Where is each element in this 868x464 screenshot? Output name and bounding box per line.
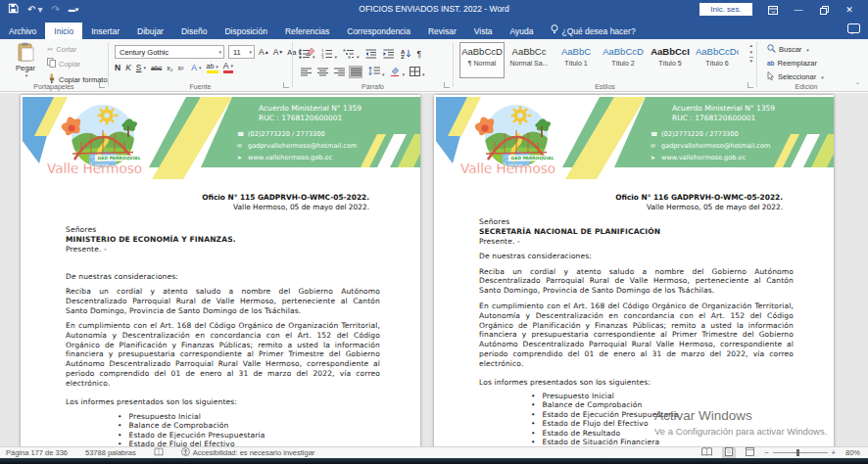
style-t-tulo-1[interactable]: AaBbCTítulo 1 <box>554 42 599 78</box>
salutation: De nuestras consideraciones: <box>66 272 380 282</box>
document-page-1[interactable]: GAD PARROQUIAL Valle Hermoso Acuerdo Min… <box>21 95 420 446</box>
align-left-icon[interactable] <box>299 66 313 78</box>
decrease-indent-icon[interactable] <box>365 45 377 63</box>
brand-text: Valle Hermoso <box>460 161 555 176</box>
tab-referencias[interactable]: Referencias <box>276 23 338 39</box>
svg-text:(02)2773220 / 2773300: (02)2773220 / 2773300 <box>248 130 325 138</box>
font-name-combo[interactable]: Century Gothic▾ <box>115 45 224 59</box>
styles-more-icon[interactable]: ▼ <box>749 57 753 64</box>
tab-dibujar[interactable]: Dibujar <box>128 23 172 39</box>
font-group: Century Gothic▾ 11▾ A▲ A▼ Aa▾ N K S▾ abc… <box>109 39 292 91</box>
svg-text:RUC : 1768120600001: RUC : 1768120600001 <box>672 114 755 122</box>
increase-indent-icon[interactable] <box>383 45 395 63</box>
tab-vista[interactable]: Vista <box>465 23 502 39</box>
superscript-button[interactable]: x² <box>178 65 184 71</box>
report-item: Estado de Situación Financiera <box>531 438 794 446</box>
restore-button[interactable] <box>811 0 837 20</box>
letter-paragraph: Reciba un cordial y atento saludo a nomb… <box>66 287 380 315</box>
font-color-button[interactable]: A▾ <box>223 62 233 73</box>
svg-text:gadprvallehermoso@hotmail.com: gadprvallehermoso@hotmail.com <box>661 142 770 150</box>
styles-group: AaBbCcD¶ NormalAaBbCcNormal Sa...AaBbCTí… <box>454 39 756 91</box>
letterhead: GAD PARROQUIAL Valle Hermoso Acuerdo Min… <box>434 95 834 181</box>
word-count[interactable]: 53788 palabras <box>85 448 136 457</box>
zoom-out-icon[interactable]: − <box>764 448 768 457</box>
replace-icon: ab <box>767 60 775 67</box>
svg-text:www.vallehermoso.gob.ec: www.vallehermoso.gob.ec <box>661 154 747 162</box>
numbered-list-icon[interactable]: 123▾ <box>321 45 338 63</box>
tell-me-box[interactable]: ¿Qué desea hacer? <box>543 23 644 39</box>
styles-dialog-launcher[interactable] <box>747 82 753 88</box>
svg-text:☎: ☎ <box>651 130 658 137</box>
collapse-ribbon-icon[interactable]: ⌃ <box>855 81 860 88</box>
italic-button[interactable]: K <box>125 63 131 72</box>
zoom-in-icon[interactable]: + <box>832 448 836 457</box>
styles-scroll-down-icon[interactable]: ▼ <box>749 50 753 55</box>
font-dialog-launcher[interactable] <box>283 82 289 88</box>
underline-button[interactable]: S▾ <box>136 63 146 72</box>
ribbon: Pegar▾ ✂Cortar Copiar Copiar formato Por… <box>0 39 868 92</box>
document-page-2[interactable]: GAD PARROQUIAL Valle Hermoso Acuerdo Min… <box>434 95 834 446</box>
strikethrough-button[interactable]: abc <box>151 65 162 71</box>
select-button[interactable]: Seleccionar▾ <box>767 71 824 82</box>
bullet-list-icon[interactable]: ▾ <box>299 45 315 63</box>
web-layout-icon[interactable] <box>746 447 754 458</box>
proofing-icon[interactable] <box>154 447 164 459</box>
replace-button[interactable]: abReemplazar <box>767 59 824 68</box>
justify-icon[interactable] <box>349 66 362 78</box>
pilcrow-icon[interactable]: ¶ <box>417 49 422 59</box>
tab-archivo[interactable]: Archivo <box>0 23 45 39</box>
subscript-button[interactable]: x₂ <box>167 65 172 71</box>
close-button[interactable]: ✕ <box>837 0 862 20</box>
accessibility-status[interactable]: Accesibilidad: es necesario investigar <box>181 447 315 458</box>
paste-button[interactable]: Pegar▾ <box>8 42 43 87</box>
find-button[interactable]: Buscar▾ <box>767 44 824 55</box>
oficio-date: Valle Hermoso, 05 de mayo del 2022. <box>21 203 369 212</box>
font-size-combo[interactable]: 11▾ <box>228 45 255 59</box>
style-t-tulo-2[interactable]: AaBbCcDTítulo 2 <box>601 42 646 78</box>
shading-icon[interactable]: ▾ <box>390 63 406 80</box>
svg-text:➤: ➤ <box>237 154 242 161</box>
style-t-tulo-6[interactable]: AaBbCcDcTítulo 6 <box>695 42 740 78</box>
tab-ayuda[interactable]: Ayuda <box>502 23 543 39</box>
tab-insertar[interactable]: Insertar <box>82 23 128 39</box>
clipboard-dialog-launcher[interactable] <box>99 82 105 88</box>
ribbon-display-options-icon[interactable] <box>760 0 786 20</box>
cut-button[interactable]: ✂Cortar <box>47 45 108 54</box>
tab-diseño[interactable]: Diseño <box>172 23 216 39</box>
page-indicator[interactable]: Página 177 de 336 <box>6 448 68 457</box>
sort-icon[interactable]: AZ <box>401 45 411 63</box>
tab-revisar[interactable]: Revisar <box>419 23 465 39</box>
bold-button[interactable]: N <box>115 63 121 72</box>
copy-button[interactable]: Copiar <box>47 58 108 70</box>
tab-inicio[interactable]: Inicio <box>45 23 82 39</box>
zoom-level[interactable]: 80% <box>845 448 860 457</box>
sign-in-button[interactable]: Inic. ses. <box>699 3 752 16</box>
zoom-thumb[interactable] <box>796 449 799 456</box>
shrink-font-button[interactable]: A▼ <box>273 47 284 57</box>
align-center-icon[interactable] <box>315 66 329 78</box>
borders-icon[interactable]: ▾ <box>410 63 425 80</box>
highlight-button[interactable]: ab▾ <box>207 63 218 73</box>
style--normal[interactable]: AaBbCcD¶ Normal <box>459 42 505 78</box>
recipient-line: Señores <box>66 225 380 235</box>
style-t-tulo-5[interactable]: AaBbCcITítulo 5 <box>648 42 693 78</box>
multilevel-list-icon[interactable]: ▾ <box>343 45 360 63</box>
zoom-slider[interactable]: − + <box>764 448 836 457</box>
tab-correspondencia[interactable]: Correspondencia <box>338 23 419 39</box>
align-right-icon[interactable] <box>332 66 346 78</box>
line-spacing-icon[interactable]: ▾ <box>368 63 385 80</box>
minimize-button[interactable]: — <box>786 0 811 20</box>
letterhead: GAD PARROQUIAL Valle Hermoso Acuerdo Min… <box>21 95 420 181</box>
tab-disposición[interactable]: Disposición <box>216 23 275 39</box>
style-normal-sa-[interactable]: AaBbCcNormal Sa... <box>506 42 552 78</box>
select-icon <box>767 71 775 82</box>
scissors-icon: ✂ <box>47 45 53 54</box>
styles-scroll-up-icon[interactable]: ▲ <box>749 43 753 48</box>
letter-paragraph: En cumplimiento con el Art. 168 del Códi… <box>479 302 794 368</box>
read-mode-icon[interactable] <box>701 447 712 458</box>
grow-font-button[interactable]: A▲ <box>259 47 269 57</box>
text-effects-button[interactable]: A▾ <box>191 63 201 72</box>
copy-icon <box>47 58 56 70</box>
paragraph-dialog-launcher[interactable] <box>444 82 450 88</box>
comment-icon[interactable] <box>847 23 860 33</box>
